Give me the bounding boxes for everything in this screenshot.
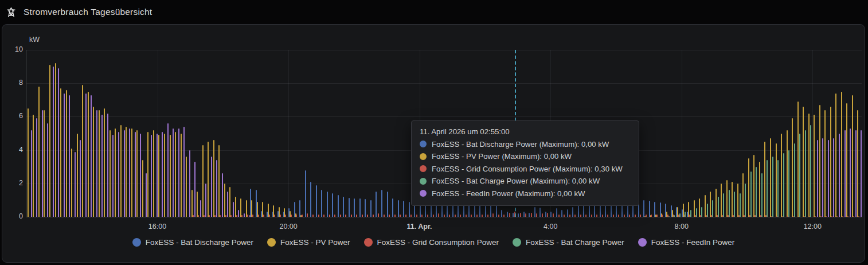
bar-grid-consumption[interactable] <box>482 215 483 217</box>
bar-pv[interactable] <box>213 140 214 217</box>
bar-pv[interactable] <box>726 180 728 217</box>
bar-feedin[interactable] <box>42 110 43 217</box>
bar-feedin[interactable] <box>140 134 141 217</box>
bar-feedin[interactable] <box>844 130 846 217</box>
bar-grid-consumption[interactable] <box>438 213 439 217</box>
bar-grid-consumption[interactable] <box>263 215 264 217</box>
bar-grid-consumption[interactable] <box>373 215 374 217</box>
bar-pv[interactable] <box>835 93 836 217</box>
bar-bat-discharge[interactable] <box>556 208 557 217</box>
bar-pv[interactable] <box>699 198 700 217</box>
bar-pv[interactable] <box>224 184 225 217</box>
bar-grid-consumption[interactable] <box>531 213 532 217</box>
bar-grid-consumption[interactable] <box>389 215 390 217</box>
bar-feedin[interactable] <box>129 128 130 217</box>
bar-pv[interactable] <box>66 90 67 217</box>
bar-grid-consumption[interactable] <box>351 215 352 217</box>
bar-pv[interactable] <box>153 130 154 217</box>
bar-pv[interactable] <box>99 110 100 217</box>
bar-bat-charge[interactable] <box>740 193 741 217</box>
bar-feedin[interactable] <box>64 93 65 217</box>
bar-grid-consumption[interactable] <box>596 215 597 217</box>
bar-pv[interactable] <box>49 65 50 217</box>
bar-grid-consumption[interactable] <box>209 215 210 217</box>
bar-bat-discharge[interactable] <box>310 182 311 217</box>
bar-pv[interactable] <box>55 63 56 217</box>
bar-grid-consumption[interactable] <box>367 215 368 217</box>
bar-grid-consumption[interactable] <box>394 215 396 217</box>
bar-pv[interactable] <box>115 128 116 217</box>
bar-bat-charge[interactable] <box>723 193 724 217</box>
bar-pv[interactable] <box>38 87 40 217</box>
bar-grid-consumption[interactable] <box>252 215 253 217</box>
bar-bat-charge[interactable] <box>668 216 670 217</box>
bar-grid-consumption[interactable] <box>564 215 565 217</box>
legend-item[interactable]: FoxESS - FeedIn Power <box>638 238 735 247</box>
bar-bat-discharge[interactable] <box>539 208 541 217</box>
bar-grid-consumption[interactable] <box>323 215 324 217</box>
bar-feedin[interactable] <box>167 123 169 217</box>
bar-grid-consumption[interactable] <box>607 215 608 217</box>
bar-bat-discharge[interactable] <box>463 204 464 217</box>
bar-bat-discharge[interactable] <box>485 206 486 217</box>
bar-pv[interactable] <box>71 149 72 217</box>
bar-pv[interactable] <box>824 110 826 217</box>
bar-bat-discharge[interactable] <box>518 213 519 217</box>
bar-pv[interactable] <box>131 128 132 217</box>
bar-grid-consumption[interactable] <box>503 215 505 217</box>
bar-pv[interactable] <box>748 158 749 217</box>
bar-grid-consumption[interactable] <box>433 215 434 217</box>
bar-pv[interactable] <box>792 118 793 217</box>
bar-bat-discharge[interactable] <box>381 190 382 217</box>
bar-bat-charge[interactable] <box>767 160 768 217</box>
bar-bat-charge[interactable] <box>734 192 735 217</box>
bar-grid-consumption[interactable] <box>836 216 838 217</box>
bar-feedin[interactable] <box>75 152 76 217</box>
bar-pv[interactable] <box>218 145 220 217</box>
bar-feedin[interactable] <box>162 132 163 217</box>
bar-grid-consumption[interactable] <box>230 215 232 217</box>
bar-bat-discharge[interactable] <box>567 209 568 217</box>
bar-grid-consumption[interactable] <box>455 215 456 217</box>
bar-grid-consumption[interactable] <box>853 216 854 217</box>
bar-grid-consumption[interactable] <box>302 215 303 217</box>
bar-pv[interactable] <box>229 187 230 217</box>
bar-pv[interactable] <box>240 198 241 217</box>
bar-bat-discharge[interactable] <box>392 198 393 217</box>
bar-feedin[interactable] <box>157 134 158 217</box>
bar-bat-charge[interactable] <box>761 173 763 217</box>
bar-feedin[interactable] <box>58 68 59 217</box>
bar-grid-consumption[interactable] <box>618 215 619 217</box>
bar-bat-charge[interactable] <box>729 190 730 217</box>
bar-feedin[interactable] <box>189 150 190 217</box>
bar-pv[interactable] <box>841 92 842 217</box>
bar-feedin[interactable] <box>828 140 829 217</box>
bar-grid-consumption[interactable] <box>656 215 658 217</box>
bar-bat-discharge[interactable] <box>545 212 546 217</box>
bar-feedin[interactable] <box>53 67 54 217</box>
bar-pv[interactable] <box>814 115 815 217</box>
bar-grid-consumption[interactable] <box>220 215 221 217</box>
bar-feedin[interactable] <box>222 173 223 217</box>
bar-feedin[interactable] <box>47 123 48 217</box>
bar-pv[interactable] <box>142 160 143 217</box>
bar-bat-charge[interactable] <box>794 143 795 217</box>
bar-bat-discharge[interactable] <box>299 200 300 217</box>
bar-feedin[interactable] <box>200 200 201 217</box>
bar-bat-charge[interactable] <box>745 184 746 217</box>
bar-bat-discharge[interactable] <box>572 207 573 217</box>
bar-feedin[interactable] <box>178 128 179 217</box>
bar-bat-discharge[interactable] <box>523 212 525 217</box>
bar-feedin[interactable] <box>839 134 840 217</box>
bar-grid-consumption[interactable] <box>378 213 379 217</box>
bar-bat-charge[interactable] <box>750 172 752 217</box>
bar-grid-consumption[interactable] <box>635 215 636 217</box>
bar-feedin[interactable] <box>85 93 87 217</box>
bar-feedin[interactable] <box>817 140 818 217</box>
bar-grid-consumption[interactable] <box>427 215 428 217</box>
bar-bat-discharge[interactable] <box>349 198 350 217</box>
bar-bat-discharge[interactable] <box>327 192 328 217</box>
legend-item[interactable]: FoxESS - Bat Charge Power <box>513 238 624 247</box>
bar-pv[interactable] <box>852 95 853 217</box>
bar-bat-charge[interactable] <box>756 167 757 217</box>
